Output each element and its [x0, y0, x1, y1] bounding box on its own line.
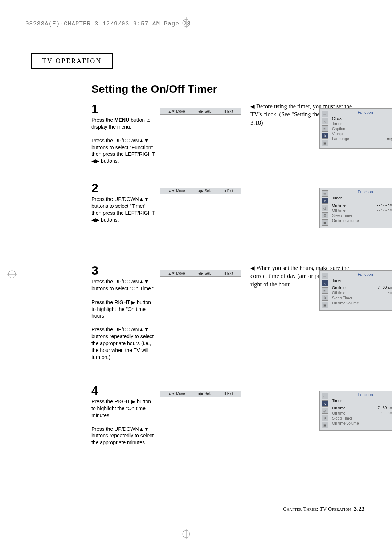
page-title: Setting the On/Off Timer: [91, 83, 217, 95]
left-triangle-icon: ◀: [250, 104, 255, 109]
footer-page-number: 3.23: [354, 506, 365, 512]
osd-2-title: Function: [331, 190, 392, 194]
step-2-text: Press the UP/DOWN▲▼ buttons to select "T…: [91, 196, 155, 223]
osd-2-footer: ▲▼ Move ◀▶ Sel. Ⅲ Exit: [160, 188, 241, 194]
step-4-text: Press the RIGHT ▶ button to highlight th…: [91, 398, 155, 446]
osd-icon-function: ⚙: [322, 212, 328, 218]
section-tab-label: TV OPERATION: [42, 57, 102, 65]
osd-icon-function: ⚙: [322, 415, 328, 421]
osd-icon-channel: ◎: [322, 287, 328, 294]
osd-icon-function: ⚙: [322, 133, 328, 139]
page-footer: Chapter Three: TV Operation 3.23: [283, 506, 365, 512]
osd-icon-picture: ▭: [322, 111, 328, 117]
osd-icon-channel: ◎: [322, 125, 328, 132]
osd-icon-picture: ▭: [322, 273, 328, 279]
header-rule: [192, 24, 326, 24]
osd-screenshot-3: ▭ ♫ ◎ ⚙ ▣ Function Timer On time7 : 00 a…: [319, 270, 392, 311]
osd-icon-channel: ◎: [322, 205, 328, 211]
osd-screenshot-4: ▭ ♫ ◎ ⚙ ▣ Function Timer On time7 : 30 a…: [319, 391, 392, 431]
osd-icon-sound: ♫: [322, 118, 328, 124]
osd-icon-sound: ♫: [322, 280, 328, 286]
osd-icon-pip: ▣: [322, 140, 328, 146]
osd-3-footer: ▲▼ Move ◀▶ Sel. Ⅲ Exit: [160, 270, 241, 277]
svg-point-3: [183, 530, 190, 538]
osd-icon-function: ⚙: [322, 295, 328, 301]
osd-icon-picture: ▭: [322, 393, 328, 399]
osd-1-footer: ▲▼ Move ◀▶ Sel. Ⅲ Exit: [160, 108, 241, 115]
osd-icon-sound: ♫: [322, 198, 328, 204]
footer-chapter: Chapter Three: TV Operation: [283, 506, 351, 512]
crop-mark-bottom: [181, 529, 192, 539]
osd-icon-sound: ♫: [322, 400, 328, 407]
osd-icon-pip: ▣: [322, 302, 328, 308]
section-tab: TV OPERATION: [31, 53, 113, 69]
step-3-text: Press the UP/DOWN▲▼ buttons to select "O…: [91, 278, 155, 361]
osd-screenshot-1: ▭ ♫ ◎ ⚙ ▣ Function Clock▶ Timer▶ Caption…: [319, 108, 392, 149]
osd-3-title: Function: [331, 272, 392, 276]
osd-icon-picture: ▭: [322, 190, 328, 197]
step-1-text: Press the MENU button to display the men…: [91, 117, 155, 165]
osd-1-title: Function: [331, 110, 392, 114]
osd-icon-pip: ▣: [322, 422, 328, 428]
osd-4-footer: ▲▼ Move ◀▶ Sel. Ⅲ Exit: [160, 391, 241, 397]
osd-screenshot-2: ▭ ♫ ◎ ⚙ ▣ Function Timer On time- - : - …: [319, 188, 392, 228]
osd-icon-pip: ▣: [322, 219, 328, 226]
print-header: 03233A(E)-CHAPTER 3 12/9/03 9:57 AM Page…: [25, 21, 326, 27]
osd-icon-channel: ◎: [322, 408, 328, 414]
svg-point-6: [8, 271, 16, 278]
osd-4-title: Function: [331, 392, 392, 397]
left-triangle-icon: ◀: [250, 265, 255, 271]
crop-mark-left: [7, 269, 17, 280]
print-header-text: 03233A(E)-CHAPTER 3 12/9/03 9:57 AM Page…: [25, 21, 191, 27]
